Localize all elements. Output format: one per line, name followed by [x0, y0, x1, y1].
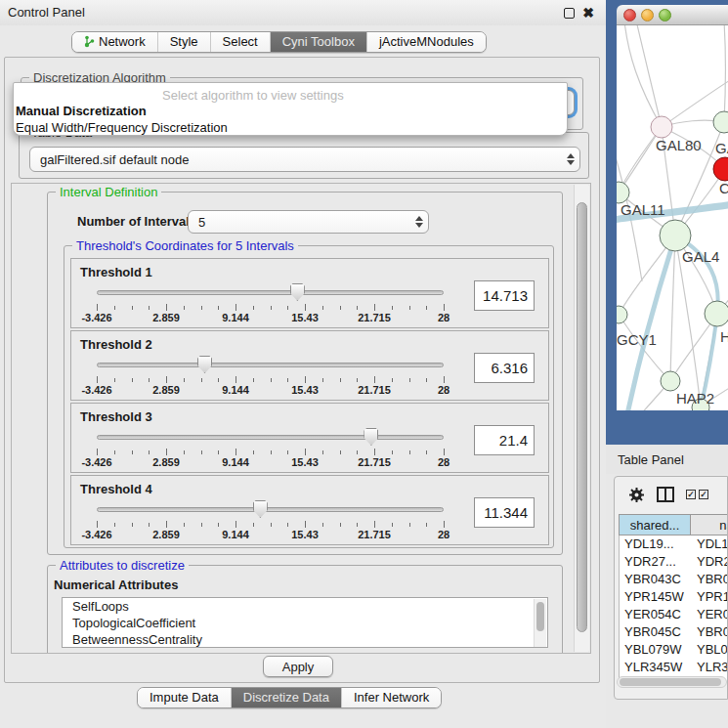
close-icon[interactable]: ✖	[582, 6, 594, 20]
table-data-group: Table Data galFiltered.sif default node	[19, 132, 589, 179]
network-icon	[84, 35, 95, 48]
tab-style[interactable]: Style	[158, 32, 211, 52]
tab-impute-data[interactable]: Impute Data	[138, 688, 232, 707]
thresholds-group: Threshold's Coordinates for 5 Intervals …	[64, 245, 554, 548]
tab-select[interactable]: Select	[211, 32, 271, 52]
zoom-traffic-light-icon[interactable]	[659, 9, 671, 21]
slider-track[interactable]	[97, 290, 444, 295]
slider-handle[interactable]	[253, 500, 268, 518]
network-node[interactable]	[617, 306, 627, 323]
apply-button[interactable]: Apply	[263, 656, 333, 677]
combo-stepper-icon[interactable]	[562, 153, 579, 165]
network-edge[interactable]	[636, 25, 662, 127]
attribute-item-topologicalcoefficient[interactable]: TopologicalCoefficient	[63, 615, 547, 631]
scrollbar-thumb[interactable]	[577, 202, 587, 632]
cell-name: YDL1	[692, 535, 728, 553]
group-title: Interval Definition	[56, 185, 161, 199]
slider-track[interactable]	[97, 363, 444, 367]
split-columns-icon[interactable]	[657, 487, 674, 502]
gear-icon[interactable]	[628, 487, 645, 503]
slider-track[interactable]	[97, 435, 444, 440]
network-node-label: HAP2	[676, 390, 714, 407]
network-node-label: C	[719, 180, 728, 196]
threshold-value-field[interactable]: 14.713	[474, 280, 535, 311]
attributes-scrollbar[interactable]	[534, 599, 546, 648]
checkbox-icon[interactable]: ✓	[686, 490, 696, 499]
threshold-value-field[interactable]: 11.344	[474, 497, 535, 528]
network-node[interactable]	[660, 220, 691, 251]
tab-label: Infer Network	[354, 690, 429, 705]
table-row[interactable]: YDR27...YDR2	[620, 553, 728, 571]
tab-label: jActiveMNodules	[379, 34, 474, 49]
slider-handle[interactable]	[290, 283, 305, 301]
threshold-row-2: Threshold 2-3.4262.8599.14415.4321.71528…	[70, 330, 549, 401]
algorithm-option-equal-width[interactable]: Equal Width/Frequency Discretization	[16, 120, 228, 135]
threshold-row-3: Threshold 3-3.4262.8599.14415.4321.71528…	[70, 403, 549, 473]
algorithm-dropdown-popup: Select algorithm to view settings Manual…	[13, 82, 568, 136]
tab-infer-network[interactable]: Infer Network	[342, 688, 441, 707]
threshold-row-1: Threshold 1-3.4262.8599.14415.4321.71528…	[70, 258, 549, 328]
table-row[interactable]: YDL19...YDL1	[620, 535, 728, 553]
algorithm-option-manual[interactable]: Manual Discretization	[16, 104, 147, 118]
network-graph: GAL80GACGAL11GAL4GCY1HHAP2	[617, 25, 728, 410]
slider-handle[interactable]	[197, 356, 212, 373]
tab-label: Style	[170, 34, 198, 49]
table-row[interactable]: YER054CYER0	[620, 606, 728, 623]
slider-tick-labels: -3.4262.8599.14415.4321.71528	[97, 312, 444, 323]
tab-label: Network	[99, 34, 146, 49]
tab-network[interactable]: Network	[72, 32, 158, 52]
table-panel: ✓ ✓ shared... name YDL19...YDL1YDR27...Y…	[614, 476, 728, 700]
threshold-value-field[interactable]: 21.4	[474, 425, 535, 455]
attribute-item-betweennesscentrality[interactable]: BetweennessCentrality	[63, 631, 547, 648]
attributes-group: Attributes to discretize Numerical Attri…	[47, 565, 563, 654]
cell-name: YBR0	[692, 623, 728, 641]
threshold-row-4: Threshold 4-3.4262.8599.14415.4321.71528…	[70, 475, 549, 545]
scrollbar-thumb[interactable]	[620, 678, 721, 686]
network-edge[interactable]	[724, 25, 726, 122]
horizontal-scrollbar[interactable]	[617, 676, 727, 688]
table-row[interactable]: YBR045CYBR0	[620, 623, 728, 641]
minimize-traffic-light-icon[interactable]	[641, 9, 654, 21]
threshold-label: Threshold 4	[80, 482, 152, 496]
vertical-scrollbar[interactable]	[574, 185, 589, 652]
network-view-canvas[interactable]: GAL80GACGAL11GAL4GCY1HHAP2	[617, 25, 728, 410]
slider-track[interactable]	[97, 507, 444, 512]
checkbox-icon[interactable]: ✓	[699, 490, 708, 499]
table-rows: YDL19...YDL1YDR27...YDR2YBR043CYBR0YPR14…	[619, 535, 728, 684]
table-data-combobox[interactable]: galFiltered.sif default node	[29, 147, 580, 172]
slider-handle[interactable]	[364, 428, 378, 446]
scrollbar-thumb[interactable]	[536, 602, 544, 631]
network-window-titlebar[interactable]	[617, 5, 728, 25]
table-row[interactable]: YPR145WYPR1	[620, 588, 728, 606]
network-desktop: GAL80GACGAL11GAL4GCY1HHAP2	[606, 0, 728, 445]
network-node[interactable]	[651, 116, 672, 138]
number-of-intervals-label: Number of Intervals	[77, 214, 196, 229]
network-node[interactable]	[661, 371, 680, 391]
column-header-shared-name[interactable]: shared...	[619, 514, 691, 535]
network-node[interactable]	[713, 111, 728, 133]
tab-label: Select	[223, 34, 258, 49]
tab-discretize-data[interactable]: Discretize Data	[232, 688, 342, 707]
panel-title: Control Panel	[8, 5, 85, 20]
threshold-value-field[interactable]: 6.316	[474, 353, 535, 383]
close-traffic-light-icon[interactable]	[623, 9, 636, 21]
tab-cyni-toolbox[interactable]: Cyni Toolbox	[271, 32, 367, 52]
slider-tick-labels: -3.4262.8599.14415.4321.71528	[97, 384, 444, 396]
table-row[interactable]: YBR043CYBR0	[620, 571, 728, 588]
cell-shared-name: YDL19...	[620, 535, 692, 553]
network-node[interactable]	[705, 301, 728, 326]
table-data-value: galFiltered.sif default node	[30, 152, 562, 167]
table-row[interactable]: YBL079WYBL0	[620, 641, 728, 659]
float-window-icon[interactable]	[564, 8, 575, 19]
number-of-intervals-combobox[interactable]: 5	[188, 210, 429, 234]
network-edge[interactable]	[624, 25, 662, 127]
table-row[interactable]: YLR345WYLR3	[620, 659, 728, 676]
combo-stepper-icon[interactable]	[410, 216, 428, 228]
network-node[interactable]	[713, 157, 728, 181]
threshold-label: Threshold 2	[80, 337, 152, 352]
attribute-item-selfloops[interactable]: SelfLoops	[63, 598, 547, 615]
column-header-name[interactable]: name	[691, 514, 728, 535]
tab-jactivemnodules[interactable]: jActiveMNodules	[367, 32, 486, 52]
network-node-label: GA	[715, 140, 728, 156]
cell-shared-name: YLR345W	[620, 659, 692, 676]
